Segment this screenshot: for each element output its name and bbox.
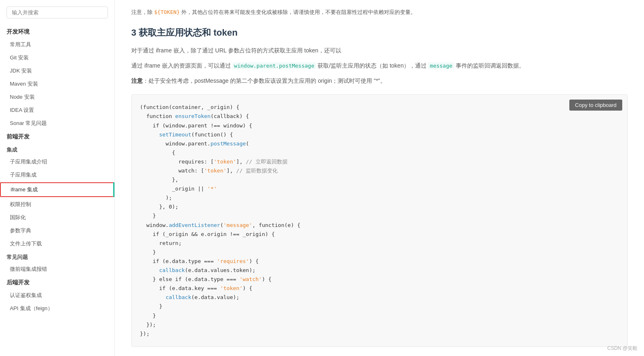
- token-highlight: ${TOKEN}: [154, 9, 180, 15]
- sidebar-item-auth-integration[interactable]: 认证鉴权集成: [0, 289, 114, 302]
- sidebar-item-file-upload[interactable]: 文件上传下载: [0, 237, 114, 250]
- sidebar-item-iframe-integration[interactable]: iframe 集成: [0, 182, 114, 197]
- sidebar-item-idea[interactable]: IDEA 设置: [0, 104, 114, 117]
- sidebar-item-subapp-integration[interactable]: 子应用集成: [0, 168, 114, 181]
- search-input[interactable]: [7, 7, 108, 18]
- sidebar-item-maven[interactable]: Maven 安装: [0, 77, 114, 91]
- warning-content: ：处于安全性考虑，postMessage 的第二个参数应该设置为主应用的 ori…: [143, 77, 386, 84]
- desc2-middle: 获取/监听主应用的状态（如 token），通过: [316, 62, 428, 69]
- code-block: (function(container, _origin) { function…: [140, 103, 619, 338]
- top-note: 注意，除 ${TOKEN} 外，其他占位符在将来可能发生变化或被移除，请谨慎使用…: [131, 8, 628, 17]
- section-frontend: 前端开发: [0, 130, 114, 143]
- sidebar-item-permission[interactable]: 权限控制: [0, 198, 114, 211]
- desc2-prefix: 通过 iframe 嵌入的资源页面，可以通过: [131, 62, 233, 69]
- main-content: 注意，除 ${TOKEN} 外，其他占位符在将来可能发生变化或被移除，请谨慎使用…: [115, 0, 644, 356]
- section-dev-env: 开发环境: [0, 25, 114, 38]
- code-block-wrapper: Copy to clipboard (function(container, _…: [131, 94, 628, 347]
- sidebar-item-i18n[interactable]: 国际化: [0, 211, 114, 224]
- sidebar-item-jdk[interactable]: JDK 安装: [0, 64, 114, 77]
- description1: 对于通过 iframe 嵌入，除了通过 URL 参数占位符的方式获取主应用 to…: [131, 45, 628, 56]
- sub-section-faq: 常见问题: [0, 250, 114, 263]
- message-code: message: [428, 62, 454, 69]
- footer-watermark: CSDN @笑毅: [607, 345, 637, 352]
- section-title: 3 获取主应用状态和 token: [131, 27, 628, 39]
- sidebar-item-api-feign[interactable]: API 集成（feign）: [0, 302, 114, 315]
- desc2-suffix: 事件的监听回调返回数据。: [454, 62, 525, 69]
- sidebar-item-param-dict[interactable]: 参数字典: [0, 224, 114, 237]
- warning-text: 注意：处于安全性考虑，postMessage 的第二个参数应该设置为主应用的 o…: [131, 76, 628, 86]
- sidebar-item-microfrontend-error[interactable]: 微前端集成报错: [0, 263, 114, 276]
- sidebar-item-subapp-intro[interactable]: 子应用集成介绍: [0, 155, 114, 168]
- sidebar-item-common-tools[interactable]: 常用工具: [0, 38, 114, 51]
- postmessage-code: window.parent.postMessage: [233, 62, 316, 69]
- active-indicator: [113, 182, 114, 197]
- section-backend: 后端开发: [0, 276, 114, 289]
- sidebar-item-git[interactable]: Git 安装: [0, 51, 114, 64]
- sidebar-item-node[interactable]: Node 安装: [0, 91, 114, 104]
- description2: 通过 iframe 嵌入的资源页面，可以通过 window.parent.pos…: [131, 61, 628, 71]
- warning-label: 注意: [131, 77, 143, 84]
- copy-to-clipboard-button[interactable]: Copy to clipboard: [569, 100, 622, 111]
- sidebar-item-sonar[interactable]: Sonar 常见问题: [0, 117, 114, 130]
- sidebar: 开发环境 常用工具 Git 安装 JDK 安装 Maven 安装 Node 安装…: [0, 0, 115, 356]
- sub-section-integration: 集成: [0, 143, 114, 155]
